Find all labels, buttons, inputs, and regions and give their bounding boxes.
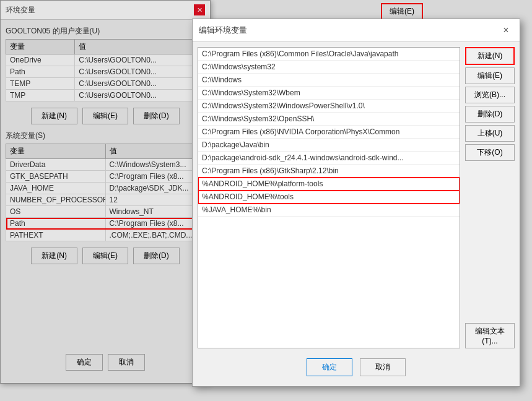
sidebar-moveup-button[interactable]: 上移(U) [465, 125, 515, 142]
path-list-container[interactable]: C:\Program Files (x86)\Common Files\Orac… [198, 47, 460, 348]
edit-dialog-body: C:\Program Files (x86)\Common Files\Orac… [193, 42, 520, 353]
edit-dialog-title: 编辑环境变量 [199, 25, 247, 36]
edit-env-dialog: 编辑环境变量 × C:\Program Files (x86)\Common F… [192, 19, 520, 387]
sidebar-movedown-button[interactable]: 下移(O) [465, 144, 515, 161]
sidebar-browse-button[interactable]: 浏览(B)... [465, 87, 515, 103]
edit-cancel-button[interactable]: 取消 [360, 358, 406, 376]
sidebar-delete-button[interactable]: 删除(D) [465, 106, 515, 123]
path-list-item[interactable]: C:\Program Files (x86)\NVIDIA Corporatio… [198, 126, 460, 139]
path-list-item[interactable]: C:\Windows [198, 74, 460, 87]
path-list-item[interactable]: %ANDROID_HOME%\tools [198, 191, 460, 204]
path-list-item[interactable]: C:\Windows\System32\WindowsPowerShell\v1… [198, 100, 460, 113]
path-list-item[interactable]: %JAVA_HOME%\bin [198, 204, 460, 217]
path-list-item[interactable]: %ANDROID_HOME%\platform-tools [198, 178, 460, 191]
sidebar-edittext-button[interactable]: 编辑文本(T)... [465, 323, 515, 348]
edit-dialog-footer: 确定 取消 [193, 353, 520, 381]
edit-sidebar: 新建(N) 编辑(E) 浏览(B)... 删除(D) 上移(U) 下移(O) 编… [465, 47, 515, 348]
path-list-item[interactable]: C:\Program Files (x86)\GtkSharp\2.12\bin [198, 165, 460, 178]
sidebar-new-button[interactable]: 新建(N) [465, 47, 515, 65]
path-list-item[interactable]: D:\package\android-sdk_r24.4.1-windows\a… [198, 152, 460, 165]
edit-ok-button[interactable]: 确定 [307, 358, 352, 376]
edit-dialog-title-bar: 编辑环境变量 × [193, 19, 520, 42]
edit-dialog-close-button[interactable]: × [499, 23, 513, 38]
sidebar-edit-button[interactable]: 编辑(E) [465, 67, 515, 84]
path-list-item[interactable]: D:\package\Java\bin [198, 139, 460, 152]
path-list-item[interactable]: C:\Windows\System32\OpenSSH\ [198, 113, 460, 126]
path-list-item[interactable]: C:\Windows\System32\Wbem [198, 87, 460, 100]
path-list-item[interactable]: C:\Program Files (x86)\Common Files\Orac… [198, 48, 460, 61]
path-list-item[interactable]: C:\Windows\system32 [198, 61, 460, 74]
